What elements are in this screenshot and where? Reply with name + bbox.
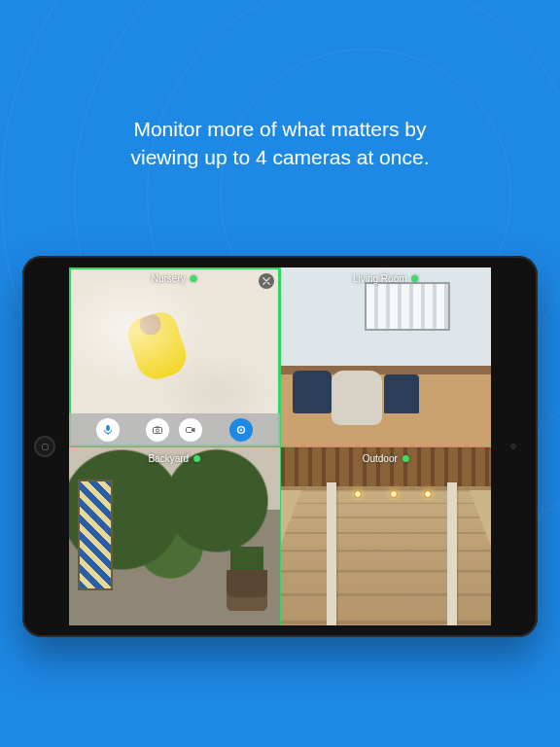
close-button[interactable] xyxy=(259,273,274,289)
svg-rect-2 xyxy=(154,427,162,433)
camera-video-backyard xyxy=(69,447,280,626)
porch-light xyxy=(354,490,362,498)
camera-icon xyxy=(152,424,163,436)
svg-rect-4 xyxy=(157,426,159,428)
status-dot-icon xyxy=(191,275,197,282)
close-icon xyxy=(262,277,270,285)
camera-grid: Nursery xyxy=(69,267,491,625)
status-dot-icon xyxy=(402,455,409,462)
snapshot-button[interactable] xyxy=(146,418,169,442)
porch-post xyxy=(447,482,457,625)
more-icon xyxy=(235,424,247,436)
tablet-frame: Nursery xyxy=(22,256,538,637)
camera-name: Living Room xyxy=(353,273,407,284)
camera-feed-outdoor[interactable]: Outdoor xyxy=(281,447,492,626)
camera-name: Outdoor xyxy=(363,453,398,464)
camera-label: Outdoor xyxy=(363,453,409,464)
svg-rect-5 xyxy=(187,427,192,432)
camera-label: Backyard xyxy=(148,453,200,464)
camera-label: Nursery xyxy=(152,273,197,284)
more-button[interactable] xyxy=(229,418,253,442)
camera-label: Living Room xyxy=(353,273,419,284)
camera-feed-nursery[interactable]: Nursery xyxy=(69,267,280,446)
record-icon xyxy=(185,424,196,436)
porch-light xyxy=(424,490,432,498)
porch-post xyxy=(327,482,336,625)
camera-feed-living-room[interactable]: Living Room xyxy=(281,267,492,446)
headline-line1: Monitor more of what matters by xyxy=(133,118,426,140)
mic-icon xyxy=(102,424,114,436)
app-screen: Nursery xyxy=(69,267,491,625)
camera-video-outdoor xyxy=(281,447,492,626)
camera-video-living-room xyxy=(281,267,492,446)
porch-light xyxy=(390,490,398,498)
svg-rect-0 xyxy=(106,425,110,431)
camera-feed-backyard[interactable]: Backyard xyxy=(69,447,280,626)
status-dot-icon xyxy=(193,455,200,462)
status-dot-icon xyxy=(412,275,419,282)
camera-name: Nursery xyxy=(152,273,186,284)
tablet-front-camera xyxy=(510,444,516,449)
svg-point-7 xyxy=(240,428,242,430)
tablet-home-button[interactable] xyxy=(34,436,55,457)
record-button[interactable] xyxy=(179,418,202,442)
headline: Monitor more of what matters by viewing … xyxy=(0,115,560,172)
mic-button[interactable] xyxy=(96,418,120,442)
headline-line2: viewing up to 4 cameras at once. xyxy=(130,146,429,168)
svg-point-3 xyxy=(157,428,159,431)
camera-name: Backyard xyxy=(148,453,189,464)
camera-control-bar xyxy=(69,413,280,446)
